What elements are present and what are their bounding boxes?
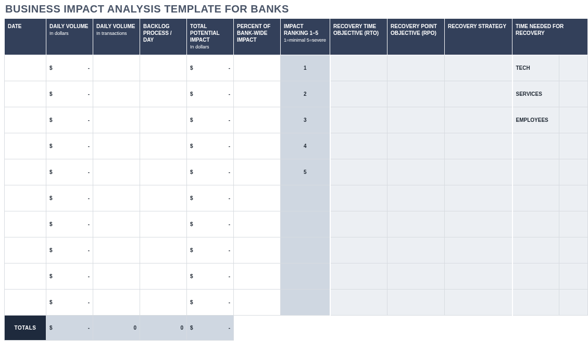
cell-backlog[interactable] xyxy=(140,107,187,133)
cell-total-potential[interactable]: $- xyxy=(187,263,234,289)
cell-backlog[interactable] xyxy=(140,159,187,185)
totals-daily-volume-dollars[interactable]: $- xyxy=(46,315,93,340)
cell-daily-volume-tx[interactable] xyxy=(93,133,140,159)
cell-daily-volume-dollars[interactable]: $- xyxy=(46,107,93,133)
cell-daily-volume-tx[interactable] xyxy=(93,55,140,81)
cell-rto[interactable] xyxy=(330,289,387,315)
cell-backlog[interactable] xyxy=(140,211,187,237)
cell-strategy[interactable] xyxy=(445,263,512,289)
cell-rpo[interactable] xyxy=(387,263,445,289)
cell-date[interactable] xyxy=(5,133,46,159)
cell-strategy[interactable] xyxy=(445,289,512,315)
cell-rpo[interactable] xyxy=(387,107,445,133)
cell-rto[interactable] xyxy=(330,55,387,81)
cell-strategy[interactable] xyxy=(445,159,512,185)
cell-time-label[interactable] xyxy=(512,263,559,289)
cell-date[interactable] xyxy=(5,289,46,315)
totals-total-potential[interactable]: $- xyxy=(187,315,234,340)
cell-percent[interactable] xyxy=(234,55,281,81)
cell-rank[interactable]: 3 xyxy=(281,107,330,133)
cell-percent[interactable] xyxy=(234,211,281,237)
cell-rto[interactable] xyxy=(330,133,387,159)
cell-total-potential[interactable]: $- xyxy=(187,81,234,107)
cell-rto[interactable] xyxy=(330,211,387,237)
cell-strategy[interactable] xyxy=(445,211,512,237)
cell-time-label[interactable] xyxy=(512,159,559,185)
cell-daily-volume-dollars[interactable]: $- xyxy=(46,185,93,211)
cell-rpo[interactable] xyxy=(387,55,445,81)
cell-daily-volume-dollars[interactable]: $- xyxy=(46,211,93,237)
cell-total-potential[interactable]: $- xyxy=(187,133,234,159)
cell-rpo[interactable] xyxy=(387,159,445,185)
cell-rto[interactable] xyxy=(330,159,387,185)
cell-total-potential[interactable]: $- xyxy=(187,185,234,211)
cell-rank[interactable] xyxy=(281,185,330,211)
cell-time-value[interactable] xyxy=(559,289,588,315)
cell-backlog[interactable] xyxy=(140,263,187,289)
cell-time-label[interactable]: EMPLOYEES xyxy=(512,107,559,133)
cell-percent[interactable] xyxy=(234,263,281,289)
cell-strategy[interactable] xyxy=(445,55,512,81)
cell-date[interactable] xyxy=(5,237,46,263)
cell-percent[interactable] xyxy=(234,81,281,107)
cell-strategy[interactable] xyxy=(445,133,512,159)
cell-percent[interactable] xyxy=(234,107,281,133)
cell-rank[interactable]: 1 xyxy=(281,55,330,81)
cell-backlog[interactable] xyxy=(140,55,187,81)
cell-daily-volume-dollars[interactable]: $- xyxy=(46,237,93,263)
cell-daily-volume-dollars[interactable]: $- xyxy=(46,133,93,159)
cell-date[interactable] xyxy=(5,185,46,211)
cell-strategy[interactable] xyxy=(445,237,512,263)
cell-time-label[interactable] xyxy=(512,185,559,211)
cell-total-potential[interactable]: $- xyxy=(187,159,234,185)
cell-time-label[interactable]: TECH xyxy=(512,55,559,81)
cell-daily-volume-tx[interactable] xyxy=(93,107,140,133)
cell-rank[interactable] xyxy=(281,263,330,289)
cell-rto[interactable] xyxy=(330,237,387,263)
cell-strategy[interactable] xyxy=(445,185,512,211)
cell-rpo[interactable] xyxy=(387,133,445,159)
cell-total-potential[interactable]: $- xyxy=(187,107,234,133)
cell-time-label[interactable] xyxy=(512,211,559,237)
cell-time-value[interactable] xyxy=(559,55,588,81)
cell-rank[interactable] xyxy=(281,289,330,315)
cell-percent[interactable] xyxy=(234,237,281,263)
cell-rto[interactable] xyxy=(330,81,387,107)
cell-percent[interactable] xyxy=(234,185,281,211)
cell-date[interactable] xyxy=(5,211,46,237)
cell-time-value[interactable] xyxy=(559,237,588,263)
cell-daily-volume-dollars[interactable]: $- xyxy=(46,289,93,315)
cell-time-value[interactable] xyxy=(559,159,588,185)
cell-time-value[interactable] xyxy=(559,81,588,107)
cell-daily-volume-tx[interactable] xyxy=(93,81,140,107)
cell-strategy[interactable] xyxy=(445,81,512,107)
cell-rpo[interactable] xyxy=(387,81,445,107)
cell-date[interactable] xyxy=(5,159,46,185)
cell-total-potential[interactable]: $- xyxy=(187,237,234,263)
cell-time-value[interactable] xyxy=(559,211,588,237)
cell-backlog[interactable] xyxy=(140,237,187,263)
cell-backlog[interactable] xyxy=(140,133,187,159)
cell-rpo[interactable] xyxy=(387,211,445,237)
cell-percent[interactable] xyxy=(234,289,281,315)
cell-backlog[interactable] xyxy=(140,81,187,107)
cell-time-label[interactable] xyxy=(512,289,559,315)
cell-rpo[interactable] xyxy=(387,185,445,211)
cell-strategy[interactable] xyxy=(445,107,512,133)
cell-percent[interactable] xyxy=(234,159,281,185)
cell-daily-volume-tx[interactable] xyxy=(93,263,140,289)
cell-date[interactable] xyxy=(5,263,46,289)
cell-rank[interactable] xyxy=(281,211,330,237)
cell-total-potential[interactable]: $- xyxy=(187,55,234,81)
cell-rank[interactable]: 5 xyxy=(281,159,330,185)
cell-rank[interactable]: 4 xyxy=(281,133,330,159)
cell-date[interactable] xyxy=(5,107,46,133)
cell-daily-volume-dollars[interactable]: $- xyxy=(46,81,93,107)
cell-total-potential[interactable]: $- xyxy=(187,289,234,315)
cell-daily-volume-dollars[interactable]: $- xyxy=(46,55,93,81)
cell-total-potential[interactable]: $- xyxy=(187,211,234,237)
cell-time-label[interactable] xyxy=(512,237,559,263)
cell-time-value[interactable] xyxy=(559,185,588,211)
cell-rank[interactable]: 2 xyxy=(281,81,330,107)
cell-time-value[interactable] xyxy=(559,107,588,133)
